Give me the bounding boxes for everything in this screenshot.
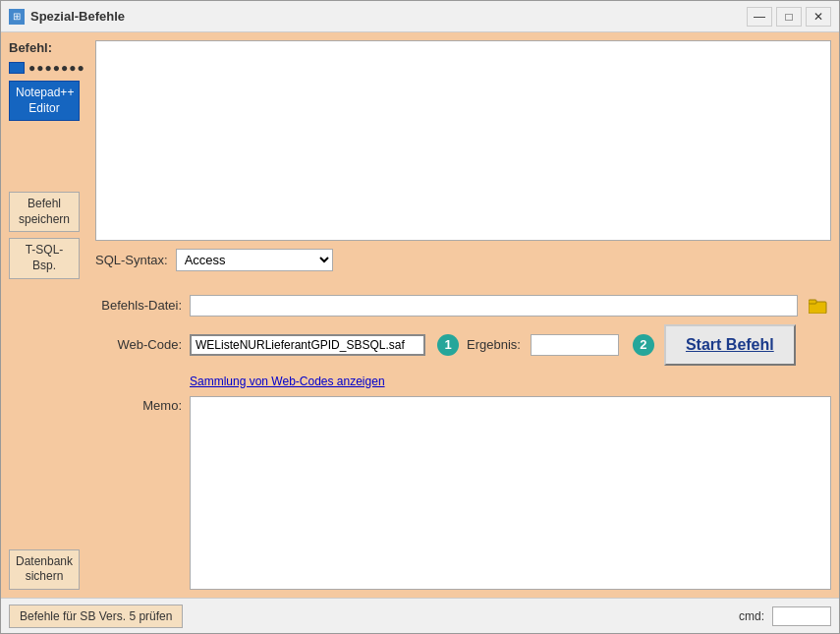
web-codes-link-row: Sammlung von Web-Codes anzeigen xyxy=(95,374,831,388)
web-codes-link[interactable]: Sammlung von Web-Codes anzeigen xyxy=(190,375,385,388)
memo-row: Memo: xyxy=(95,396,831,591)
befehl-speichern-button[interactable]: Befehlspeichern xyxy=(9,192,80,232)
notepad-editor-button[interactable]: Notepad++Editor xyxy=(9,81,80,121)
befehl-label: Befehl: xyxy=(9,40,87,55)
right-panel: SQL-Syntax: Access T-SQL MySQL SQLite Be… xyxy=(95,40,831,590)
command-textarea[interactable] xyxy=(95,40,831,241)
check-button[interactable]: Befehle für SB Vers. 5 prüfen xyxy=(9,605,183,628)
memo-label: Memo: xyxy=(95,396,182,413)
web-code-label: Web-Code: xyxy=(95,337,182,352)
web-code-input[interactable] xyxy=(190,334,425,356)
memo-textarea[interactable] xyxy=(190,396,831,591)
maximize-button[interactable]: □ xyxy=(776,7,802,27)
folder-icon xyxy=(809,298,828,314)
datenbank-sichern-button[interactable]: Datenbanksichern xyxy=(9,549,80,590)
sql-syntax-row: SQL-Syntax: Access T-SQL MySQL SQLite xyxy=(95,249,831,271)
star-icon xyxy=(9,62,25,74)
minimize-button[interactable]: — xyxy=(747,7,772,27)
stars-row: ●●●●●●● xyxy=(9,61,87,75)
sql-syntax-select[interactable]: Access T-SQL MySQL SQLite xyxy=(176,249,333,271)
app-icon: ⊞ xyxy=(9,9,25,25)
start-befehl-button[interactable]: Start Befehl xyxy=(664,324,796,366)
main-window: ⊞ Spezial-Befehle — □ ✕ Befehl: ●●●●●●● … xyxy=(0,0,840,634)
ergebnis-badge: 2 xyxy=(633,334,654,356)
main-content: Befehl: ●●●●●●● Notepad++Editor Befehlsp… xyxy=(1,32,839,598)
tsql-beispiel-button[interactable]: T-SQL-Bsp. xyxy=(9,238,80,278)
web-code-row: Web-Code: 1 Ergebnis: 2 Start Befehl xyxy=(95,324,831,366)
window-title: Spezial-Befehle xyxy=(30,9,747,24)
befehls-datei-row: Befehls-Datei: xyxy=(95,295,831,317)
web-code-badge: 1 xyxy=(437,334,459,356)
ergebnis-label: Ergebnis: xyxy=(467,337,521,352)
bottom-bar: Befehle für SB Vers. 5 prüfen cmd: xyxy=(1,598,839,633)
befehls-datei-input[interactable] xyxy=(190,295,798,317)
cmd-input[interactable] xyxy=(772,606,831,626)
ergebnis-input[interactable] xyxy=(531,334,619,356)
close-button[interactable]: ✕ xyxy=(806,7,831,27)
cmd-label: cmd: xyxy=(739,609,764,623)
befehls-datei-label: Befehls-Datei: xyxy=(95,298,182,313)
title-bar-controls: — □ ✕ xyxy=(747,7,831,27)
title-bar: ⊞ Spezial-Befehle — □ ✕ xyxy=(1,1,839,32)
stars-text: ●●●●●●● xyxy=(28,61,85,75)
sql-syntax-label: SQL-Syntax: xyxy=(95,253,168,267)
svg-rect-1 xyxy=(809,300,816,304)
ergebnis-start-row: Ergebnis: 2 Start Befehl xyxy=(467,324,796,366)
left-panel: Befehl: ●●●●●●● Notepad++Editor Befehlsp… xyxy=(9,40,87,590)
folder-open-button[interactable] xyxy=(806,295,831,317)
